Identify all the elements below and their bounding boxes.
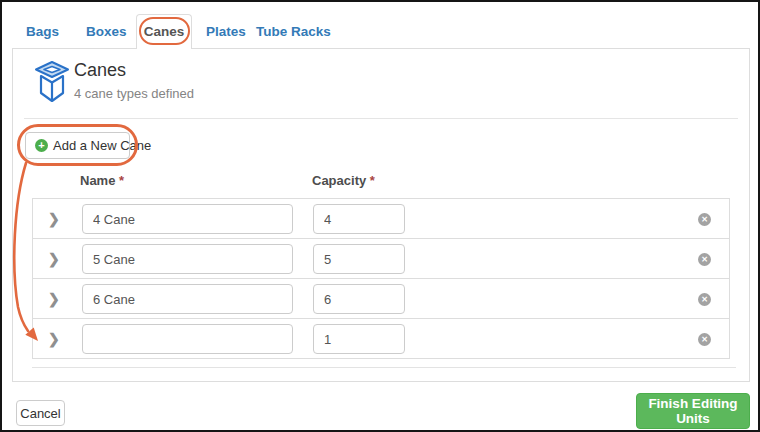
remove-row-icon[interactable]: ✕ <box>698 253 711 266</box>
cancel-button[interactable]: Cancel <box>16 400 65 426</box>
column-header-name-label: Name <box>80 173 115 188</box>
capacity-input[interactable] <box>313 204 405 234</box>
add-new-cane-button[interactable]: + Add a New Cane <box>25 132 130 159</box>
capacity-input[interactable] <box>313 284 405 314</box>
tab-canes[interactable]: Canes <box>136 14 192 49</box>
name-input[interactable] <box>82 204 293 234</box>
plus-circle-icon: + <box>35 139 48 152</box>
open-box-icon <box>33 60 71 108</box>
rows-wrapper-border <box>32 367 736 368</box>
add-new-cane-label: Add a New Cane <box>53 138 151 153</box>
chevron-right-icon[interactable]: ❯ <box>48 331 70 347</box>
name-input[interactable] <box>82 244 293 274</box>
screenshot-frame: Bags Boxes Canes Plates Tube Racks Canes… <box>0 0 760 432</box>
column-header-name: Name * <box>80 173 124 188</box>
chevron-right-icon[interactable]: ❯ <box>48 211 70 227</box>
capacity-input[interactable] <box>313 324 405 354</box>
capacity-input[interactable] <box>313 244 405 274</box>
column-header-capacity: Capacity * <box>312 173 375 188</box>
finish-editing-units-button[interactable]: Finish Editing Units <box>636 393 750 429</box>
table-row-2: ❯ ✕ <box>32 238 730 279</box>
chevron-right-icon[interactable]: ❯ <box>48 251 70 267</box>
name-input[interactable] <box>82 324 293 354</box>
name-input[interactable] <box>82 284 293 314</box>
chevron-right-icon[interactable]: ❯ <box>48 291 70 307</box>
tab-tube-racks[interactable]: Tube Racks <box>256 24 331 39</box>
remove-row-icon[interactable]: ✕ <box>698 333 711 346</box>
page-title: Canes <box>74 60 126 81</box>
unit-rows-container: ❯ ✕ ❯ ✕ ❯ ✕ ❯ ✕ <box>32 198 730 359</box>
tab-boxes[interactable]: Boxes <box>86 24 127 39</box>
tab-plates[interactable]: Plates <box>206 24 246 39</box>
table-row-3: ❯ ✕ <box>32 278 730 319</box>
table-row-1: ❯ ✕ <box>32 198 730 239</box>
table-row-4: ❯ ✕ <box>32 318 730 359</box>
column-header-capacity-label: Capacity <box>312 173 366 188</box>
page-subtitle: 4 cane types defined <box>74 86 194 101</box>
header-divider <box>24 118 738 119</box>
required-asterisk: * <box>119 173 124 188</box>
remove-row-icon[interactable]: ✕ <box>698 293 711 306</box>
tab-bags[interactable]: Bags <box>26 24 59 39</box>
remove-row-icon[interactable]: ✕ <box>698 213 711 226</box>
required-asterisk: * <box>370 173 375 188</box>
